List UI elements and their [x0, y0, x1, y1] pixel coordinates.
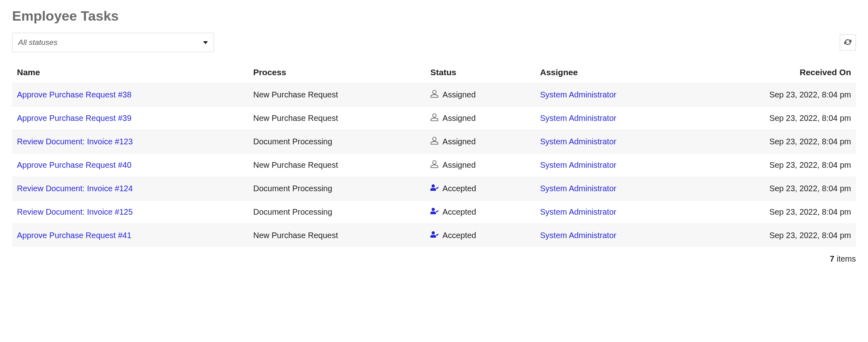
- items-count: 7: [830, 254, 834, 263]
- status-cell: Accepted: [430, 184, 530, 194]
- status-text: Assigned: [442, 160, 476, 170]
- status-cell: Accepted: [430, 207, 530, 217]
- received-cell: Sep 23, 2022, 8:04 pm: [721, 154, 856, 177]
- user-outline-icon: [430, 113, 438, 123]
- status-filter-placeholder: All statuses: [18, 38, 57, 47]
- status-cell: Accepted: [430, 230, 530, 241]
- received-cell: Sep 23, 2022, 8:04 pm: [721, 177, 856, 201]
- table-row: Approve Purchase Request #38New Purchase…: [12, 83, 856, 107]
- column-header-status[interactable]: Status: [426, 62, 535, 83]
- assignee-link[interactable]: System Administrator: [540, 90, 616, 99]
- status-text: Accepted: [442, 231, 476, 240]
- assignee-link[interactable]: System Administrator: [540, 231, 616, 240]
- user-check-icon: [430, 230, 438, 241]
- received-cell: Sep 23, 2022, 8:04 pm: [721, 201, 856, 224]
- table-row: Approve Purchase Request #39New Purchase…: [12, 107, 856, 130]
- status-text: Assigned: [442, 137, 476, 146]
- table-header-row: Name Process Status Assignee Received On: [12, 62, 856, 83]
- assignee-link[interactable]: System Administrator: [540, 137, 616, 146]
- assignee-link[interactable]: System Administrator: [540, 160, 616, 169]
- process-cell: Document Processing: [248, 130, 426, 154]
- user-check-icon: [430, 207, 438, 217]
- task-name-link[interactable]: Approve Purchase Request #40: [17, 160, 132, 169]
- task-name-link[interactable]: Review Document: Invoice #125: [17, 207, 133, 216]
- user-outline-icon: [430, 137, 438, 147]
- assignee-link[interactable]: System Administrator: [540, 207, 616, 216]
- process-cell: New Purchase Request: [248, 154, 426, 177]
- column-header-assignee[interactable]: Assignee: [535, 62, 721, 83]
- process-cell: New Purchase Request: [248, 83, 426, 107]
- column-header-name[interactable]: Name: [12, 62, 248, 83]
- table-row: Approve Purchase Request #40New Purchase…: [12, 154, 856, 177]
- task-name-link[interactable]: Review Document: Invoice #124: [17, 184, 133, 193]
- status-cell: Assigned: [430, 160, 530, 170]
- table-row: Review Document: Invoice #123Document Pr…: [12, 130, 856, 154]
- status-cell: Assigned: [430, 90, 530, 100]
- table-row: Review Document: Invoice #125Document Pr…: [12, 201, 856, 224]
- task-name-link[interactable]: Review Document: Invoice #123: [17, 137, 133, 146]
- received-cell: Sep 23, 2022, 8:04 pm: [721, 83, 856, 107]
- column-header-process[interactable]: Process: [248, 62, 426, 83]
- process-cell: New Purchase Request: [248, 107, 426, 130]
- page-title: Employee Tasks: [12, 8, 856, 24]
- user-check-icon: [430, 184, 438, 194]
- status-filter-select[interactable]: All statuses: [12, 33, 214, 52]
- task-name-link[interactable]: Approve Purchase Request #38: [17, 90, 132, 99]
- user-outline-icon: [430, 160, 438, 170]
- received-cell: Sep 23, 2022, 8:04 pm: [721, 224, 856, 247]
- refresh-icon: [844, 38, 851, 47]
- assignee-link[interactable]: System Administrator: [540, 114, 616, 122]
- process-cell: New Purchase Request: [248, 224, 426, 247]
- column-header-received[interactable]: Received On: [721, 62, 856, 83]
- assignee-link[interactable]: System Administrator: [540, 184, 616, 193]
- refresh-button[interactable]: [840, 34, 856, 51]
- user-outline-icon: [430, 90, 438, 100]
- status-text: Accepted: [442, 184, 476, 193]
- table-row: Review Document: Invoice #124Document Pr…: [12, 177, 856, 201]
- status-text: Accepted: [442, 207, 476, 217]
- status-text: Assigned: [442, 90, 476, 99]
- received-cell: Sep 23, 2022, 8:04 pm: [721, 130, 856, 154]
- status-cell: Assigned: [430, 113, 530, 123]
- status-cell: Assigned: [430, 137, 530, 147]
- table-row: Approve Purchase Request #41New Purchase…: [12, 224, 856, 247]
- caret-down-icon: [203, 41, 208, 44]
- table-footer: 7 items: [12, 254, 856, 264]
- task-name-link[interactable]: Approve Purchase Request #41: [17, 231, 132, 240]
- status-text: Assigned: [442, 114, 476, 123]
- process-cell: Document Processing: [248, 177, 426, 201]
- task-name-link[interactable]: Approve Purchase Request #39: [17, 114, 132, 122]
- items-label-text: items: [837, 254, 856, 263]
- received-cell: Sep 23, 2022, 8:04 pm: [721, 107, 856, 130]
- process-cell: Document Processing: [248, 201, 426, 224]
- tasks-table: Name Process Status Assignee Received On…: [12, 62, 856, 247]
- toolbar: All statuses: [12, 33, 856, 52]
